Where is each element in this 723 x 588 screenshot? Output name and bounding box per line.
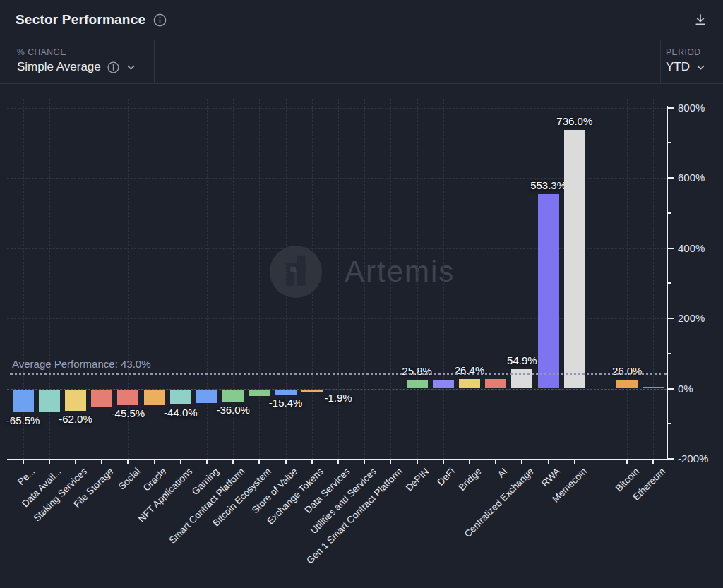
y-axis-tick-label: 200% [678, 312, 705, 324]
bar-value-label: -36.0% [216, 404, 250, 416]
y-axis-minor-tick [668, 212, 671, 214]
x-axis-category-label: Pe... [16, 466, 37, 487]
metric-info-icon[interactable] [107, 61, 120, 74]
sector-performance-widget: Sector Performance % CHANGE Simple Avera… [0, 0, 723, 588]
y-axis-tick [668, 318, 674, 319]
y-axis-tick-label: -200% [678, 452, 708, 464]
bar-smart-contract-platform[interactable] [222, 390, 244, 402]
y-axis-tick [668, 177, 674, 179]
gridline-h [7, 108, 667, 109]
gridline-v [496, 99, 496, 459]
period-section: PERIOD YTD [660, 40, 723, 83]
metric-label: % CHANGE [17, 47, 154, 57]
average-performance-line [10, 373, 667, 375]
y-axis-tick-label: 600% [678, 172, 705, 184]
y-axis-tick-label: 400% [678, 242, 705, 254]
y-axis-minor-tick [668, 282, 671, 284]
download-button[interactable] [693, 13, 707, 27]
gridline-v [443, 99, 444, 459]
artemis-logo-icon [270, 246, 322, 298]
x-axis-category-label: DeFi [436, 466, 458, 488]
y-axis-minor-tick [668, 142, 671, 143]
y-axis-tick [668, 248, 674, 249]
metric-dropdown[interactable]: Simple Average [17, 60, 154, 74]
bar-rwa[interactable] [538, 194, 559, 388]
bar-value-label: -62.0% [59, 413, 92, 425]
x-axis-category-label: AI [496, 466, 510, 480]
gridline-v [470, 99, 470, 459]
info-icon[interactable] [153, 13, 167, 28]
bar-data-services[interactable] [328, 390, 349, 390]
bar-value-label: -1.9% [324, 392, 352, 404]
y-axis-minor-tick [668, 353, 671, 354]
x-axis-line [7, 459, 671, 460]
y-axis-tick-label: 800% [678, 102, 705, 114]
bar-data-avail[interactable] [39, 390, 60, 412]
bar-chart: Artemis Pe...Data Avail...Staking Servic… [0, 84, 723, 588]
bar-file-storage[interactable] [91, 390, 112, 407]
bar-store-of-value[interactable] [275, 390, 297, 395]
bar-nft-applications[interactable] [170, 390, 191, 405]
gridline-v [207, 99, 208, 459]
title-bar: Sector Performance [0, 0, 723, 40]
bar-staking-services[interactable] [65, 390, 86, 412]
chevron-down-icon [126, 62, 136, 73]
bar-value-label: 54.9% [507, 354, 537, 366]
bar-value-label: 26.4% [455, 364, 485, 376]
gridline-v [338, 99, 339, 459]
bar-bridge[interactable] [459, 379, 480, 388]
bar-bitcoin-ecosystem[interactable] [249, 390, 270, 397]
chevron-down-icon [695, 62, 706, 73]
bar-pe[interactable] [13, 390, 34, 413]
bar-value-label: -44.0% [164, 407, 198, 419]
bar-gaming[interactable] [196, 390, 217, 404]
gridline-v [390, 99, 391, 459]
page-title: Sector Performance [16, 12, 145, 28]
gridline-v [653, 99, 654, 459]
bar-value-label: 25.8% [402, 365, 432, 377]
bar-bitcoin[interactable] [616, 380, 638, 389]
gridline-v [417, 99, 418, 459]
gridline-v [312, 99, 313, 459]
gridline-v [259, 99, 260, 459]
x-axis-category-label: RWA [539, 466, 562, 488]
y-axis-tick-label: 0% [678, 383, 693, 395]
y-axis-tick [668, 388, 674, 390]
watermark: Artemis [270, 246, 455, 298]
bar-value-label: 736.0% [556, 115, 592, 127]
bar-exchange-tokens[interactable] [301, 390, 323, 392]
bar-value-label: -65.5% [6, 414, 40, 426]
metric-value: Simple Average [17, 60, 101, 74]
bar-value-label: -45.5% [112, 407, 145, 419]
watermark-text: Artemis [345, 255, 455, 289]
gridline-v [522, 99, 522, 459]
average-performance-label: Average Performance: 43.0% [12, 358, 151, 370]
bar-value-label: 26.0% [612, 365, 643, 377]
gridline-v [181, 99, 181, 459]
y-axis-minor-tick [668, 423, 671, 424]
metric-section: % CHANGE Simple Average [0, 40, 155, 83]
period-label: PERIOD [666, 47, 723, 57]
gridline-v [364, 99, 365, 459]
bar-oracle[interactable] [144, 390, 165, 405]
bar-memecoin[interactable] [564, 130, 585, 388]
bar-social[interactable] [117, 390, 138, 406]
y-axis-tick [668, 107, 674, 109]
period-dropdown[interactable]: YTD [666, 60, 723, 74]
controls-bar: % CHANGE Simple Average P [0, 40, 723, 84]
y-axis-tick [668, 458, 674, 460]
x-axis-category-label: DePIN [403, 466, 431, 493]
bar-value-label: -15.4% [269, 397, 303, 409]
bar-defi[interactable] [433, 380, 454, 389]
x-axis-category-label: Social [116, 466, 142, 492]
x-axis-category-label: Bridge [456, 466, 483, 493]
bar-value-label: 553.3% [530, 179, 566, 191]
bar-ethereum[interactable] [643, 387, 664, 388]
bar-ai[interactable] [485, 379, 506, 388]
gridline-v [627, 99, 628, 459]
period-value: YTD [666, 60, 690, 74]
bar-depin[interactable] [407, 380, 428, 389]
